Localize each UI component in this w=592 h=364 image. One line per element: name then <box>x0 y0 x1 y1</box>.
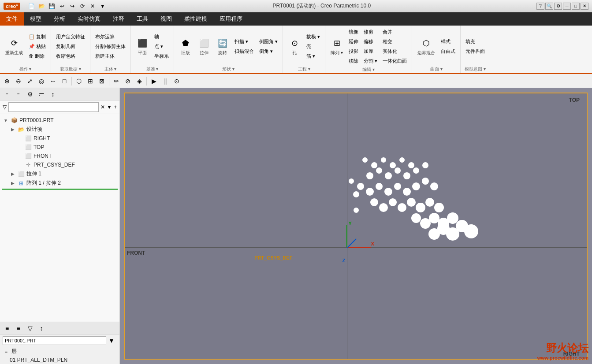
bottom-sort[interactable]: ↕ <box>36 323 47 334</box>
ribbon-btn-legacy[interactable]: ⬟ 旧版 <box>177 35 194 58</box>
search-global-button[interactable]: 🔍 <box>545 3 553 10</box>
pause-button[interactable]: ‖ <box>160 76 171 86</box>
ribbon-btn-style[interactable]: 样式 <box>439 37 458 46</box>
ribbon-btn-remove[interactable]: 移除 <box>346 56 361 66</box>
tree-item-top[interactable]: ⬜ TOP <box>14 143 119 152</box>
show-columns[interactable]: ≔ <box>36 89 47 100</box>
record-button[interactable]: ⊙ <box>171 76 182 86</box>
ribbon-btn-new-body[interactable]: 新建主体 <box>93 52 128 61</box>
sketch-button[interactable]: ✏ <box>111 76 122 86</box>
ribbon-btn-offset[interactable]: 偏移 <box>361 37 380 46</box>
close-button[interactable]: ✕ <box>88 2 97 11</box>
ribbon-btn-point[interactable]: 点 ▾ <box>152 42 171 51</box>
tree-sort[interactable]: ↕ <box>48 89 58 100</box>
section-button[interactable]: ◈ <box>134 76 145 86</box>
menu-simulation[interactable]: 实时仿真 <box>71 12 107 26</box>
menu-file[interactable]: 文件 <box>0 12 24 26</box>
ribbon-btn-extrude[interactable]: ⬜ 拉伸 <box>195 35 213 58</box>
shaded-button[interactable]: ⊞ <box>85 76 96 86</box>
ribbon-btn-plane[interactable]: ⬛ 平面 <box>134 35 151 58</box>
ribbon-btn-hole[interactable]: ⊙ 孔 <box>286 35 303 58</box>
tree-collapse-all[interactable]: ≡ <box>13 89 24 100</box>
menu-annotation[interactable]: 注释 <box>107 12 130 26</box>
play-button[interactable]: ▶ <box>149 76 159 86</box>
tree-item-csys[interactable]: ✛ PRT_CSYS_DEF <box>14 160 119 169</box>
bottom-layer-item[interactable]: ≡ 层 <box>0 347 119 356</box>
menu-apps[interactable]: 应用程序 <box>213 12 249 26</box>
expand-root[interactable]: ▼ <box>3 117 9 123</box>
ribbon-btn-freestyle[interactable]: 自由式 <box>439 47 458 56</box>
ribbon-btn-draft[interactable]: 拔模 ▾ <box>304 32 322 41</box>
ribbon-btn-csys[interactable]: 坐标系 <box>152 52 171 61</box>
zoom-in-button[interactable]: ⊕ <box>2 76 12 86</box>
ribbon-btn-split2[interactable]: 分割 ▾ <box>361 56 380 66</box>
ribbon-btn-copy[interactable]: 📋复制 <box>26 32 48 41</box>
tree-item-front[interactable]: ⬜ FRONT <box>14 152 119 160</box>
redo-button[interactable]: ↪ <box>68 2 77 11</box>
zoom-out-button[interactable]: ⊖ <box>13 76 24 86</box>
regen-button[interactable]: ⟳ <box>78 2 87 11</box>
expand-design[interactable]: ▶ <box>10 126 16 133</box>
maximize-button[interactable]: □ <box>572 3 580 10</box>
fit-button[interactable]: ⤢ <box>25 76 35 86</box>
ribbon-btn-trim[interactable]: 修剪 <box>361 27 380 37</box>
ribbon-btn-axis[interactable]: 轴 <box>152 32 171 41</box>
bottom-filter[interactable]: ▽ <box>25 323 35 334</box>
ribbon-btn-paste[interactable]: 📌粘贴 <box>26 42 48 51</box>
menu-model[interactable]: 模型 <box>24 12 48 26</box>
tree-expand-all[interactable]: ≡ <box>2 89 12 100</box>
ribbon-btn-sweep-blend[interactable]: 扫描混合 <box>232 47 256 56</box>
minimize-button[interactable]: ─ <box>563 3 571 10</box>
settings-button[interactable]: ⚙ <box>554 3 562 10</box>
dropdown-button[interactable]: ▼ <box>98 2 107 11</box>
ribbon-btn-boundary[interactable]: ⬡ 边界混合 <box>415 35 438 58</box>
bottom-layer-entry[interactable]: 01 PRT_ALL_DTM_PLN <box>7 356 119 364</box>
ribbon-btn-chamfer[interactable]: 倒角 ▾ <box>257 47 280 56</box>
ribbon-btn-delete[interactable]: 🗑删除 <box>26 52 48 61</box>
menu-tools[interactable]: 工具 <box>130 12 154 26</box>
expand-pattern1[interactable]: ▶ <box>10 180 16 186</box>
ribbon-btn-sweep[interactable]: 扫描 ▾ <box>232 37 256 46</box>
ribbon-btn-pattern[interactable]: ⊞ 阵列 ▾ <box>328 35 346 58</box>
tree-search-input[interactable] <box>8 102 99 112</box>
tree-item-pattern1[interactable]: ▶ ⊞ 阵列 1 / 拉伸 2 <box>7 178 119 188</box>
ribbon-btn-copy-geom[interactable]: 复制几何 <box>54 42 87 51</box>
tree-item-right[interactable]: ⬜ RIGHT <box>14 134 119 143</box>
ribbon-btn-revolve[interactable]: 🔄 旋转 <box>214 35 231 58</box>
pan-button[interactable]: ↔ <box>48 76 58 86</box>
new-button[interactable]: 📄 <box>27 2 36 11</box>
ribbon-btn-fill[interactable]: 填充 <box>463 37 487 46</box>
ribbon-btn-split-body[interactable]: 分割/修剪主体 <box>93 42 128 51</box>
ribbon-btn-thicken[interactable]: 加厚 <box>361 47 380 56</box>
add-filter-button[interactable]: + <box>114 104 117 110</box>
ribbon-btn-solidify[interactable]: 实体化 <box>380 47 409 56</box>
tree-settings[interactable]: ⚙ <box>25 89 35 100</box>
no-hidden-button[interactable]: ⊘ <box>123 76 133 86</box>
bottom-path-btn[interactable]: ▼ <box>106 335 117 346</box>
bottom-collapse[interactable]: ≡ <box>13 323 24 334</box>
clear-search-button[interactable]: ✕ <box>101 104 105 110</box>
menu-view[interactable]: 视图 <box>154 12 178 26</box>
menu-flex[interactable]: 柔性建模 <box>178 12 213 26</box>
shaded-edge-button[interactable]: ⊠ <box>97 76 107 86</box>
undo-button[interactable]: ↩ <box>58 2 67 11</box>
ribbon-btn-boolean[interactable]: 布尔运算 <box>93 32 128 41</box>
save-button[interactable]: 💾 <box>48 2 56 11</box>
bottom-expand[interactable]: ≡ <box>2 323 12 334</box>
ribbon-btn-merge[interactable]: 合并 <box>380 27 409 37</box>
bottom-path-input[interactable] <box>3 336 106 345</box>
ribbon-btn-project[interactable]: 投影 <box>346 47 361 56</box>
ribbon-btn-rib[interactable]: 筋 ▾ <box>304 52 322 61</box>
ribbon-btn-regen[interactable]: ⟳ 重新生成 <box>3 35 26 58</box>
ribbon-btn-extend[interactable]: 延伸 <box>346 37 361 46</box>
ribbon-btn-intersect[interactable]: 相交 <box>380 37 409 46</box>
ribbon-btn-round[interactable]: 倒圆角 ▾ <box>257 37 280 46</box>
ribbon-btn-unify[interactable]: 一体化曲面 <box>380 56 409 66</box>
view3d-button[interactable]: ◎ <box>36 76 47 86</box>
ribbon-btn-component[interactable]: 元件界面 <box>463 47 487 56</box>
tree-item-design[interactable]: ▶ 📂 设计项 <box>7 125 119 134</box>
expand-extrude1[interactable]: ▶ <box>10 171 16 177</box>
wire-button[interactable]: ⬡ <box>74 76 84 86</box>
ribbon-btn-shell[interactable]: 壳 <box>304 42 322 51</box>
tree-item-root[interactable]: ▼ 📦 PRT0001.PRT <box>0 116 119 125</box>
